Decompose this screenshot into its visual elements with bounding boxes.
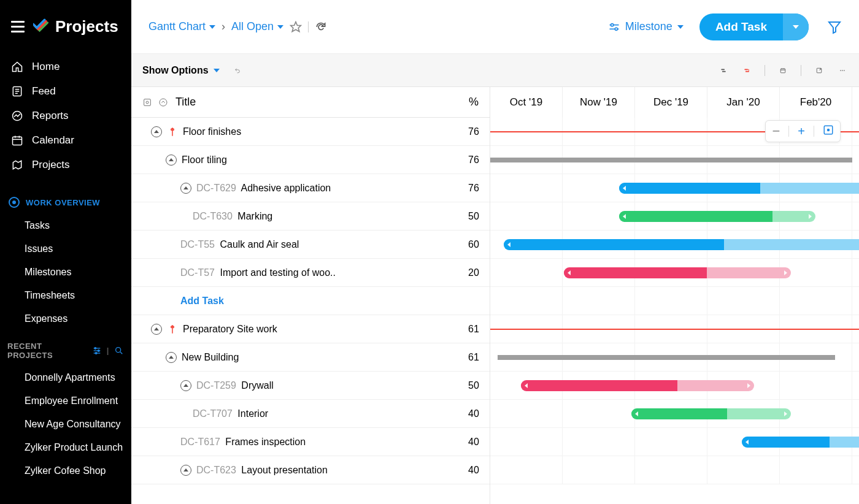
task-row[interactable]: DC-T617 Frames inspection40	[131, 428, 490, 456]
collapse-icon[interactable]	[166, 155, 177, 166]
work-item-expenses[interactable]: Expenses	[0, 307, 131, 330]
recent-project-item[interactable]: New Age Consultancy	[0, 413, 131, 436]
zoom-controls: − +	[765, 120, 841, 142]
undo-icon[interactable]	[232, 65, 243, 76]
task-bar[interactable]	[504, 239, 859, 250]
chart-row[interactable]	[490, 259, 859, 287]
milestone-dropdown[interactable]: Milestone	[608, 20, 684, 33]
task-bar[interactable]	[564, 267, 791, 278]
task-bar[interactable]	[521, 380, 754, 391]
nav-item-home[interactable]: Home	[0, 55, 131, 79]
collapse-icon[interactable]	[166, 352, 177, 363]
chart-row[interactable]	[490, 456, 859, 484]
collapse-icon[interactable]	[180, 380, 191, 391]
sliders-icon[interactable]	[92, 346, 102, 356]
logo-icon	[33, 18, 50, 36]
add-task-row[interactable]: Add Task	[131, 287, 490, 315]
recent-project-item[interactable]: Zylker Cofee Shop	[0, 459, 131, 483]
work-item-timesheets[interactable]: Timesheets	[0, 284, 131, 307]
chart-row[interactable]	[490, 202, 859, 231]
chart-row[interactable]	[490, 372, 859, 400]
app-logo[interactable]: Projects	[33, 17, 118, 36]
expand-icon[interactable]	[814, 65, 825, 76]
work-item-issues[interactable]: Issues	[0, 237, 131, 261]
task-row[interactable]: DC-T259 Drywall50	[131, 372, 490, 400]
task-row[interactable]: New Building61	[131, 343, 490, 372]
show-options[interactable]: Show Options	[142, 65, 220, 76]
recent-project-item[interactable]: Employee Enrollment	[0, 389, 131, 413]
critical-path-icon[interactable]	[741, 65, 752, 76]
percent-column-header[interactable]: %	[458, 96, 490, 109]
caret-down-icon	[214, 69, 220, 72]
collapse-all-icon[interactable]	[158, 97, 168, 107]
task-title: Preparatory Site work	[183, 324, 458, 335]
collapse-icon[interactable]	[151, 126, 162, 137]
add-task-button[interactable]: Add Task	[699, 13, 809, 40]
nav-item-projects[interactable]: Projects	[0, 153, 131, 177]
add-task-split[interactable]	[783, 13, 809, 40]
work-item-tasks[interactable]: Tasks	[0, 214, 131, 237]
summary-bar[interactable]	[498, 355, 835, 360]
nav-item-reports[interactable]: Reports	[0, 104, 131, 128]
nav-item-calendar[interactable]: Calendar	[0, 128, 131, 153]
work-item-milestones[interactable]: Milestones	[0, 261, 131, 284]
settings-icon[interactable]	[142, 97, 152, 107]
task-row[interactable]: DC-T630 Marking50	[131, 202, 490, 231]
chart-row[interactable]	[490, 400, 859, 428]
milestone-bar[interactable]	[490, 329, 859, 330]
nav-item-feed[interactable]: Feed	[0, 79, 131, 104]
task-row[interactable]: DC-T55 Caulk and Air seal60	[131, 231, 490, 259]
baseline-icon[interactable]	[718, 65, 729, 76]
task-title: New Building	[182, 352, 458, 363]
svg-point-32	[840, 70, 841, 71]
star-icon[interactable]	[290, 21, 302, 33]
task-title: DC-T55 Caulk and Air seal	[180, 239, 458, 250]
chart-row[interactable]	[490, 231, 859, 259]
task-percent: 40	[458, 465, 490, 476]
gantt-chart[interactable]	[490, 118, 859, 484]
milestone-flag-icon	[167, 324, 178, 335]
chart-row[interactable]	[490, 343, 859, 372]
collapse-icon[interactable]	[151, 324, 162, 335]
projects-icon	[11, 159, 23, 171]
title-column-header[interactable]: Title	[175, 96, 450, 109]
chart-row[interactable]	[490, 287, 859, 315]
breadcrumb-filter[interactable]: All Open	[231, 20, 283, 33]
collapse-icon[interactable]	[180, 183, 191, 194]
collapse-icon[interactable]	[180, 465, 191, 476]
task-bar[interactable]	[631, 408, 791, 419]
zoom-out-button[interactable]: −	[772, 124, 780, 138]
task-bar[interactable]	[742, 437, 859, 448]
menu-toggle[interactable]	[11, 21, 25, 32]
task-row[interactable]: Floor finishes76	[131, 118, 490, 146]
task-bar[interactable]	[619, 183, 859, 194]
recent-project-item[interactable]: Donnelly Apartments	[0, 366, 131, 389]
task-row[interactable]: DC-T707 Interior40	[131, 400, 490, 428]
filter-icon[interactable]	[827, 20, 842, 34]
breadcrumb-view[interactable]: Gantt Chart	[148, 20, 215, 33]
task-row[interactable]: DC-T57 Import and testing of woo..20	[131, 259, 490, 287]
task-row[interactable]: DC-T623 Layout presentation40	[131, 456, 490, 484]
chart-row[interactable]	[490, 428, 859, 456]
more-icon[interactable]	[837, 65, 848, 76]
task-row[interactable]: Preparatory Site work61	[131, 315, 490, 343]
zoom-in-button[interactable]: +	[798, 125, 805, 137]
chart-row[interactable]	[490, 174, 859, 202]
task-bar[interactable]	[619, 211, 815, 222]
chart-row[interactable]	[490, 315, 859, 343]
calendar-icon[interactable]	[777, 65, 788, 76]
task-title: DC-T623 Layout presentation	[196, 465, 458, 476]
timeline-header: Oct '19Now '19Dec '19Jan '20Feb'20Mar'20…	[490, 87, 859, 118]
summary-bar[interactable]	[490, 158, 852, 162]
recent-project-item[interactable]: Zylker Product Launch	[0, 436, 131, 459]
task-code: DC-T629	[196, 183, 236, 193]
task-row[interactable]: DC-T629 Adhesive application76	[131, 174, 490, 202]
section-work-overview[interactable]: WORK OVERVIEW	[0, 189, 131, 214]
refresh-icon[interactable]	[315, 21, 327, 33]
task-row[interactable]: Floor tiling76	[131, 146, 490, 174]
task-title: DC-T707 Interior	[193, 408, 458, 419]
zoom-fit-button[interactable]	[823, 124, 834, 138]
chart-row[interactable]	[490, 146, 859, 174]
svg-point-37	[160, 99, 167, 106]
search-icon[interactable]	[114, 346, 124, 356]
